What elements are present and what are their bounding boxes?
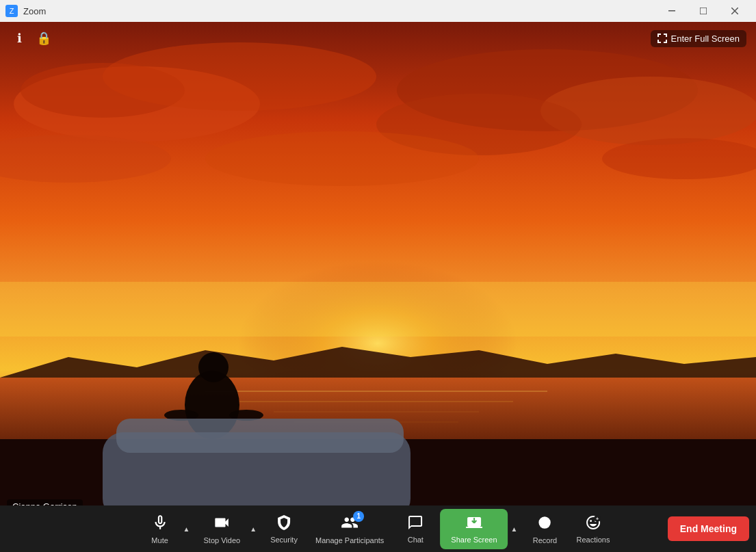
toolbar: Mute ▲ Stop Video ▲ Secur xyxy=(0,505,756,552)
security-label: Security xyxy=(270,536,298,544)
titlebar-controls xyxy=(656,0,751,22)
svg-rect-3 xyxy=(700,8,707,14)
mute-button[interactable]: Mute xyxy=(140,510,181,549)
video-group: Stop Video ▲ xyxy=(197,510,260,549)
share-screen-group: Share Screen ▲ xyxy=(440,509,520,549)
stop-video-button[interactable]: Stop Video xyxy=(197,510,248,549)
app-icon: Z xyxy=(5,5,18,17)
mute-icon xyxy=(151,514,169,534)
share-screen-button[interactable]: Share Screen xyxy=(440,509,508,549)
svg-point-31 xyxy=(539,516,551,528)
end-meeting-button[interactable]: End Meeting xyxy=(668,516,749,541)
titlebar: Z Zoom xyxy=(0,0,756,22)
share-screen-icon xyxy=(466,514,482,534)
maximize-button[interactable] xyxy=(688,0,719,22)
svg-rect-2 xyxy=(668,10,675,12)
chat-icon xyxy=(407,514,423,534)
reactions-icon: + xyxy=(585,514,601,534)
svg-point-11 xyxy=(103,42,376,111)
svg-point-26 xyxy=(198,352,229,382)
titlebar-left: Z Zoom xyxy=(5,5,46,17)
toolbar-center-section: Mute ▲ Stop Video ▲ Secur xyxy=(140,509,617,549)
record-button[interactable]: Record xyxy=(524,510,565,549)
stop-video-icon xyxy=(213,514,231,534)
share-screen-label: Share Screen xyxy=(451,536,497,544)
chat-label: Chat xyxy=(408,536,423,544)
toolbar-right-section: End Meeting xyxy=(668,516,749,541)
participants-button[interactable]: 1 Manage Participants xyxy=(309,510,391,549)
participants-icon: 1 xyxy=(341,514,359,534)
info-icons: ℹ 🔒 xyxy=(10,29,53,48)
fullscreen-button[interactable]: Enter Full Screen xyxy=(651,30,746,47)
stop-video-label: Stop Video xyxy=(204,536,241,544)
reactions-label: Reactions xyxy=(576,536,610,544)
record-icon xyxy=(536,514,553,534)
participants-label: Manage Participants xyxy=(315,536,384,544)
mute-group: Mute ▲ xyxy=(140,510,193,549)
svg-point-15 xyxy=(205,131,479,186)
video-arrow-button[interactable]: ▲ xyxy=(247,523,259,536)
video-area: ℹ 🔒 Enter Full Screen Cianna Garrison xyxy=(0,22,756,519)
svg-text:Z: Z xyxy=(10,7,14,15)
security-toolbar-icon xyxy=(276,514,292,534)
svg-rect-30 xyxy=(116,419,404,453)
mute-label: Mute xyxy=(151,536,168,544)
minimize-button[interactable] xyxy=(656,0,688,22)
security-button[interactable]: Security xyxy=(263,510,304,548)
record-label: Record xyxy=(533,536,557,544)
security-icon-button[interactable]: 🔒 xyxy=(34,29,53,48)
svg-rect-8 xyxy=(0,282,756,337)
chat-button[interactable]: Chat xyxy=(395,510,436,548)
mute-arrow-button[interactable]: ▲ xyxy=(181,523,193,536)
video-background xyxy=(0,22,756,519)
reactions-button[interactable]: + Reactions xyxy=(569,510,616,548)
share-arrow-button[interactable]: ▲ xyxy=(508,523,521,536)
top-overlay: ℹ 🔒 Enter Full Screen xyxy=(0,29,756,48)
svg-text:+: + xyxy=(596,516,599,521)
close-button[interactable] xyxy=(719,0,751,22)
app-title: Zoom xyxy=(23,6,46,16)
info-button[interactable]: ℹ xyxy=(10,29,29,48)
fullscreen-label: Enter Full Screen xyxy=(671,34,740,44)
fullscreen-icon xyxy=(657,34,667,43)
participants-count-badge: 1 xyxy=(353,511,364,522)
